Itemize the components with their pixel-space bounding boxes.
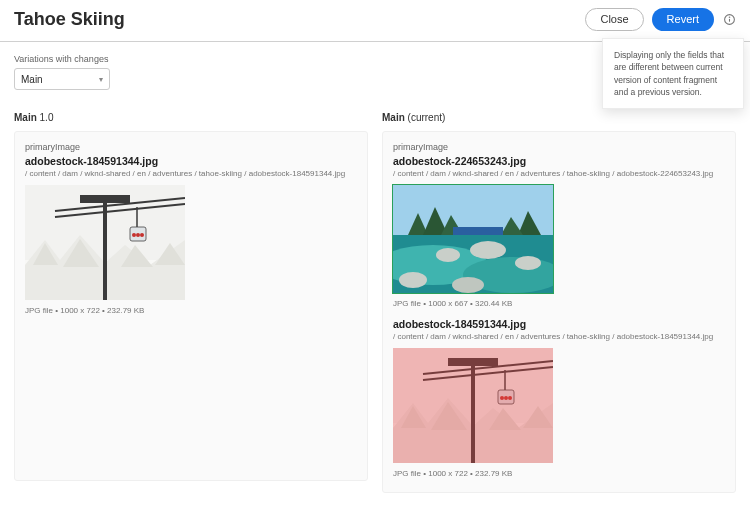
col-previous-header: Main 1.0 — [14, 112, 368, 123]
header-actions: Close Revert — [585, 8, 736, 31]
svg-rect-13 — [80, 195, 130, 203]
svg-rect-47 — [498, 390, 514, 404]
page-title: Tahoe Skiing — [14, 9, 125, 30]
compare-grid: Main 1.0 primaryImage adobestock-1845913… — [0, 94, 750, 493]
svg-point-18 — [140, 233, 144, 237]
field-label: primaryImage — [393, 142, 725, 152]
close-button[interactable]: Close — [585, 8, 643, 31]
svg-rect-34 — [453, 227, 503, 235]
variations-select-value: Main — [21, 74, 43, 85]
asset-meta: JPG file • 1000 x 722 • 232.79 KB — [25, 306, 357, 315]
asset-name: adobestock-184591344.jpg — [393, 318, 725, 330]
field-label: primaryImage — [25, 142, 357, 152]
asset-block-added: adobestock-224653243.jpg / content / dam… — [393, 155, 725, 308]
asset-thumbnail-lake — [393, 185, 553, 293]
svg-marker-37 — [393, 398, 553, 463]
svg-rect-36 — [393, 423, 553, 463]
svg-point-50 — [508, 396, 512, 400]
svg-marker-41 — [523, 406, 553, 428]
svg-marker-39 — [431, 402, 467, 430]
chevron-down-icon: ▾ — [99, 75, 103, 84]
svg-point-49 — [504, 396, 508, 400]
col-previous-header-name: Main — [14, 112, 37, 123]
svg-rect-10 — [103, 203, 107, 300]
col-current-header: Main (current) — [382, 112, 736, 123]
svg-point-28 — [452, 277, 484, 293]
asset-meta: JPG file • 1000 x 722 • 232.79 KB — [393, 469, 725, 478]
info-icon[interactable] — [722, 13, 736, 27]
col-current-header-name: Main — [382, 112, 405, 123]
asset-name: adobestock-184591344.jpg — [25, 155, 357, 167]
svg-rect-42 — [471, 366, 475, 463]
svg-marker-40 — [489, 408, 521, 430]
asset-meta: JPG file • 1000 x 667 • 320.44 KB — [393, 299, 725, 308]
asset-name: adobestock-224653243.jpg — [393, 155, 725, 167]
asset-path: / content / dam / wknd-shared / en / adv… — [393, 169, 725, 178]
info-tooltip: Displaying only the fields that are diff… — [602, 38, 744, 109]
svg-line-43 — [423, 361, 553, 374]
svg-rect-45 — [448, 358, 498, 366]
col-previous: Main 1.0 primaryImage adobestock-1845913… — [14, 112, 368, 493]
svg-point-26 — [470, 241, 506, 259]
asset-thumbnail-skilift — [25, 185, 185, 300]
svg-point-24 — [399, 272, 427, 288]
svg-line-44 — [423, 367, 553, 380]
panel-current: primaryImage adobestock-224653243.jpg / … — [382, 131, 736, 493]
asset-block-removed: adobestock-184591344.jpg / content / dam… — [393, 318, 725, 478]
variations-select[interactable]: Main ▾ — [14, 68, 110, 90]
svg-point-27 — [515, 256, 541, 270]
svg-point-25 — [436, 248, 460, 262]
svg-point-16 — [132, 233, 136, 237]
col-current-header-ver: (current) — [405, 112, 446, 123]
svg-point-17 — [136, 233, 140, 237]
asset-path: / content / dam / wknd-shared / en / adv… — [393, 332, 725, 341]
svg-point-2 — [729, 17, 730, 18]
col-previous-header-ver: 1.0 — [37, 112, 54, 123]
asset-block: adobestock-184591344.jpg / content / dam… — [25, 155, 357, 315]
asset-thumbnail-skilift-removed — [393, 348, 553, 463]
col-current: Main (current) primaryImage adobestock-2… — [382, 112, 736, 493]
svg-rect-35 — [393, 348, 553, 463]
revert-button[interactable]: Revert — [652, 8, 714, 31]
header: Tahoe Skiing Close Revert — [0, 0, 750, 42]
asset-path: / content / dam / wknd-shared / en / adv… — [25, 169, 357, 178]
panel-previous: primaryImage adobestock-184591344.jpg / … — [14, 131, 368, 481]
svg-point-48 — [500, 396, 504, 400]
svg-marker-38 — [401, 406, 426, 428]
